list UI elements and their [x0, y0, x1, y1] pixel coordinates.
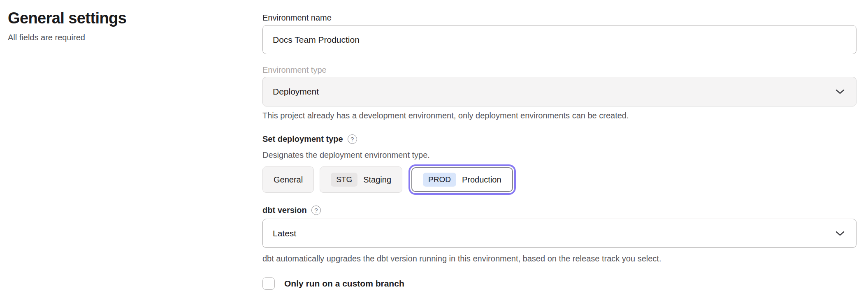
chevron-down-icon — [836, 89, 845, 94]
environment-type-helper: This project already has a development e… — [262, 110, 629, 121]
settings-form: Environment name Environment type Deploy… — [262, 0, 856, 305]
dbt-version-select[interactable]: Latest — [262, 219, 856, 248]
production-badge: PROD — [423, 173, 456, 187]
dbt-version-label: dbt version — [262, 205, 307, 215]
page-title: General settings — [8, 9, 181, 27]
dbt-version-helper: dbt automatically upgrades the dbt versi… — [262, 253, 661, 264]
option-label: General — [274, 175, 303, 185]
environment-type-select[interactable]: Deployment — [262, 77, 856, 106]
dbt-version-value: Latest — [273, 229, 296, 238]
deployment-type-description: Designates the deployment environment ty… — [262, 150, 430, 160]
chevron-down-icon — [836, 231, 845, 236]
environment-name-input[interactable] — [262, 25, 856, 54]
help-icon[interactable]: ? — [348, 134, 357, 144]
staging-badge: STG — [331, 173, 357, 187]
deployment-type-option-staging[interactable]: STG Staging — [320, 166, 402, 193]
page-header: General settings All fields are required — [8, 9, 181, 43]
general-settings-page: General settings All fields are required… — [0, 0, 868, 305]
page-subtitle: All fields are required — [8, 32, 181, 43]
environment-name-label: Environment name — [262, 12, 332, 23]
deployment-type-option-production[interactable]: PROD Production — [411, 167, 513, 192]
deployment-type-header: Set deployment type ? — [262, 134, 357, 144]
help-icon[interactable]: ? — [311, 206, 321, 215]
deployment-type-options: General STG Staging PROD Production — [262, 166, 513, 193]
dbt-version-header: dbt version ? — [262, 205, 321, 215]
environment-type-label: Environment type — [262, 65, 327, 75]
deployment-type-label: Set deployment type — [262, 134, 343, 144]
deployment-type-option-general[interactable]: General — [262, 166, 314, 193]
custom-branch-label: Only run on a custom branch — [284, 277, 404, 290]
custom-branch-checkbox[interactable] — [262, 277, 275, 290]
environment-type-value: Deployment — [273, 87, 319, 97]
option-label: Staging — [363, 175, 391, 185]
option-label: Production — [462, 175, 501, 185]
custom-branch-row: Only run on a custom branch — [262, 277, 404, 290]
